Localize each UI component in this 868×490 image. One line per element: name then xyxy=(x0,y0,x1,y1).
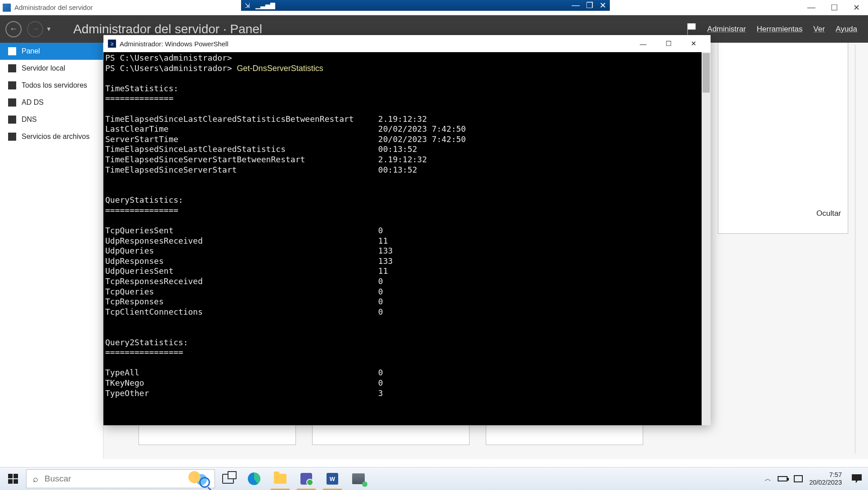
sidebar-item-dns[interactable]: DNS xyxy=(0,111,103,128)
ps-maximize-button[interactable]: ☐ xyxy=(656,36,681,52)
ps-scrollbar[interactable] xyxy=(702,52,711,425)
ps-minimize-button[interactable]: — xyxy=(631,36,656,52)
scrollbar[interactable] xyxy=(851,45,855,454)
servers-icon xyxy=(8,81,16,89)
taskbar-app-teams[interactable] xyxy=(293,468,319,490)
menu-ver[interactable]: Ver xyxy=(814,25,825,34)
start-button[interactable] xyxy=(0,468,26,490)
clock-time: 7:57 xyxy=(809,471,842,479)
nav-dropdown-icon[interactable]: ▼ xyxy=(46,26,52,32)
menu-administrar[interactable]: Administrar xyxy=(707,25,746,34)
breadcrumb: Administrador del servidor · Panel xyxy=(73,22,686,36)
teams-icon xyxy=(300,473,312,485)
sidebar-item-label: DNS xyxy=(22,116,37,124)
powershell-window: ≥ Administrador: Windows PowerShell — ☐ … xyxy=(103,35,711,425)
tray-overflow-button[interactable]: ︿ xyxy=(765,475,771,483)
server-manager-icon xyxy=(3,4,11,12)
taskbar-app-edge[interactable] xyxy=(241,468,267,490)
rdp-minimize-button[interactable]: — xyxy=(572,0,580,10)
server-manager-taskbar-icon xyxy=(352,473,365,484)
sidebar-item-todos-servidores[interactable]: Todos los servidores xyxy=(0,77,103,94)
nav-forward-button: → xyxy=(27,21,43,37)
sidebar-item-label: Panel xyxy=(22,47,40,55)
sidebar-item-label: Servidor local xyxy=(22,64,65,72)
menu-herramientas[interactable]: Herramientas xyxy=(757,25,803,34)
sidebar-item-label: AD DS xyxy=(22,98,44,107)
ps-close-button[interactable]: ✕ xyxy=(681,36,706,52)
network-icon[interactable] xyxy=(794,475,803,482)
ps-scroll-thumb[interactable] xyxy=(702,53,710,93)
sidebar-item-adds[interactable]: AD DS xyxy=(0,94,103,111)
battery-icon[interactable] xyxy=(778,476,787,481)
taskbar-app-word[interactable]: W xyxy=(319,468,345,490)
notifications-flag-icon[interactable] xyxy=(686,23,698,35)
menu-ayuda[interactable]: Ayuda xyxy=(836,25,857,34)
dashboard-icon xyxy=(8,47,16,55)
app-close-button[interactable]: ✕ xyxy=(853,3,860,13)
action-center-button[interactable] xyxy=(852,474,862,483)
windows-icon xyxy=(8,474,18,484)
task-view-icon xyxy=(222,474,234,484)
sidebar-item-label: Servicios de archivos xyxy=(22,133,89,141)
system-tray: ︿ 7:57 20/02/2023 xyxy=(765,468,868,490)
taskbar-app-explorer[interactable] xyxy=(267,468,293,490)
adds-icon xyxy=(8,98,16,107)
taskbar-search[interactable]: ⌕ xyxy=(26,469,215,488)
app-minimize-button[interactable]: — xyxy=(807,3,815,13)
sidebar: Panel Servidor local Todos los servidore… xyxy=(0,43,103,459)
sidebar-item-servicios-archivos[interactable]: Servicios de archivos xyxy=(0,128,103,145)
rdp-restore-button[interactable]: ❐ xyxy=(586,0,593,10)
taskbar-app-server-manager[interactable] xyxy=(345,468,371,490)
powershell-titlebar[interactable]: ≥ Administrador: Windows PowerShell — ☐ … xyxy=(103,35,711,52)
sidebar-item-servidor-local[interactable]: Servidor local xyxy=(0,60,103,77)
clock-date: 20/02/2023 xyxy=(809,479,842,486)
powershell-title: Administrador: Windows PowerShell xyxy=(120,40,631,48)
nav-back-button[interactable]: ← xyxy=(5,21,22,37)
word-icon: W xyxy=(327,473,338,485)
sidebar-item-panel[interactable]: Panel xyxy=(0,43,103,60)
server-icon xyxy=(8,64,16,72)
files-icon xyxy=(8,133,16,141)
signal-icon: ▁▃▅▇ xyxy=(255,2,275,9)
sidebar-item-label: Todos los servidores xyxy=(22,81,87,89)
dns-icon xyxy=(8,116,16,124)
hide-link[interactable]: Ocultar xyxy=(816,209,841,218)
rdp-close-button[interactable]: ✕ xyxy=(600,0,606,10)
search-input[interactable] xyxy=(45,474,182,484)
search-highlights-icon[interactable] xyxy=(188,471,208,487)
rdp-connection-bar[interactable]: ⇲ ▁▃▅▇ — ❐ ✕ xyxy=(241,0,610,11)
folder-icon xyxy=(274,474,286,484)
taskbar-clock[interactable]: 7:57 20/02/2023 xyxy=(809,471,846,486)
app-maximize-button[interactable]: ☐ xyxy=(831,3,838,13)
edge-icon xyxy=(248,472,260,485)
powershell-icon: ≥ xyxy=(108,40,116,48)
welcome-panel xyxy=(718,43,848,234)
search-icon: ⌕ xyxy=(33,474,38,484)
powershell-console[interactable]: PS C:\Users\administrador> PS C:\Users\a… xyxy=(103,52,702,425)
pin-icon[interactable]: ⇲ xyxy=(245,2,250,9)
taskbar: ⌕ W ︿ 7:57 20/02/2023 xyxy=(0,467,868,490)
task-view-button[interactable] xyxy=(215,468,241,490)
